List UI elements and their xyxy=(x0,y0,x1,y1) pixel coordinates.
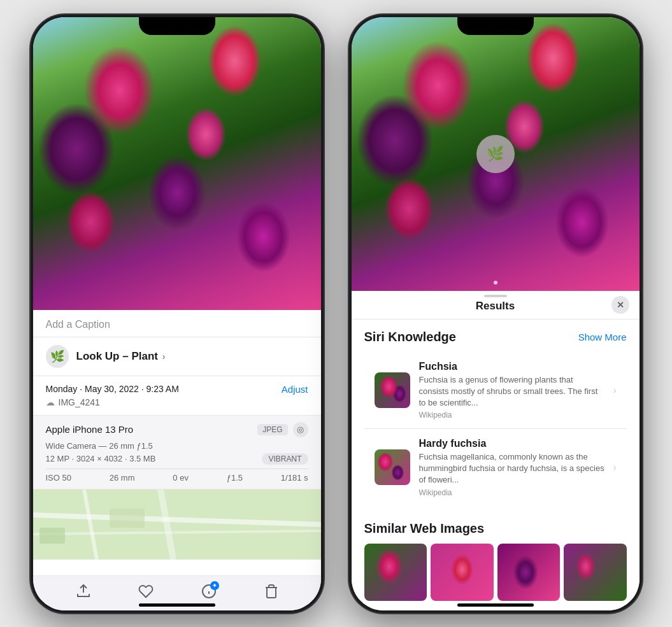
left-screen: Add a Caption 🌿 Look Up – Plant › Monday… xyxy=(33,17,321,610)
svg-rect-6 xyxy=(110,509,145,528)
home-indicator xyxy=(139,603,215,607)
lookup-row[interactable]: 🌿 Look Up – Plant › xyxy=(33,337,321,376)
info-badge: ✦ xyxy=(210,581,219,590)
hardy-source: Wikipedia xyxy=(419,488,604,497)
photo-left[interactable] xyxy=(33,17,321,310)
right-phone: 🌿 Results ✕ Siri Knowledge Show More xyxy=(349,15,642,613)
lookup-label: Look Up – Plant › xyxy=(76,350,166,363)
similar-image-4[interactable] xyxy=(564,544,627,601)
siri-visual-icon: 🌿 xyxy=(46,345,69,368)
fuchsia-chevron-icon: › xyxy=(613,385,617,395)
lens-info: Wide Camera — 26 mm ƒ1.5 xyxy=(46,441,153,451)
flowers-image-left xyxy=(33,17,321,310)
focal-value: 26 mm xyxy=(110,473,135,483)
fuchsia-source: Wikipedia xyxy=(419,411,604,419)
hardy-desc: Fuchsia magellanica, commonly known as t… xyxy=(419,451,604,486)
camera-settings-icon[interactable]: ◎ xyxy=(293,422,308,437)
right-screen: 🌿 Results ✕ Siri Knowledge Show More xyxy=(352,17,640,610)
siri-knowledge-section: Siri Knowledge Show More Fuchsia Fuchsia… xyxy=(352,320,640,511)
lookup-bold: Look Up – xyxy=(76,350,129,362)
fuchsia-name: Fuchsia xyxy=(419,361,604,372)
favorite-button[interactable] xyxy=(138,584,154,603)
caption-placeholder[interactable]: Add a Caption xyxy=(46,319,110,330)
siri-visual-lookup-button[interactable]: 🌿 xyxy=(476,135,515,173)
lookup-chevron-icon: › xyxy=(162,351,166,362)
resolution-info: 12 MP · 3024 × 4032 · 3.5 MB xyxy=(46,454,156,463)
style-badge: VIBRANT xyxy=(262,453,308,465)
map-svg xyxy=(33,490,321,560)
siri-knowledge-title: Siri Knowledge xyxy=(364,330,456,344)
caption-area[interactable]: Add a Caption xyxy=(33,310,321,337)
left-phone: Add a Caption 🌿 Look Up – Plant › Monday… xyxy=(31,15,324,613)
fuchsia-content: Fuchsia Fuchsia is a genus of flowering … xyxy=(419,361,604,420)
similar-title: Similar Web Images xyxy=(364,521,485,536)
info-button[interactable]: ✦ xyxy=(201,584,217,603)
map-preview[interactable] xyxy=(33,490,321,560)
hardy-thumbnail xyxy=(375,449,410,485)
results-sheet: Results ✕ Siri Knowledge Show More xyxy=(352,291,640,610)
results-close-button[interactable]: ✕ xyxy=(611,296,629,314)
results-title: Results xyxy=(476,300,515,313)
camera-model: Apple iPhone 13 Pro xyxy=(46,424,134,435)
ev-value: 0 ev xyxy=(173,473,189,483)
knowledge-item-hardy[interactable]: Hardy fuchsia Fuchsia magellanica, commo… xyxy=(364,428,627,506)
knowledge-item-fuchsia[interactable]: Fuchsia Fuchsia is a genus of flowering … xyxy=(364,352,627,429)
home-indicator-right xyxy=(457,603,534,607)
knowledge-card: Fuchsia Fuchsia is a genus of flowering … xyxy=(364,352,627,506)
similar-image-2[interactable] xyxy=(431,544,494,601)
shutter-value: 1/181 s xyxy=(281,473,308,483)
aperture-value: ƒ1.5 xyxy=(227,473,243,483)
delete-button[interactable] xyxy=(264,584,278,603)
similar-section: Similar Web Images xyxy=(352,511,640,606)
hardy-name: Hardy fuchsia xyxy=(419,438,604,449)
filename-text: IMG_4241 xyxy=(59,397,100,407)
phones-container: Add a Caption 🌿 Look Up – Plant › Monday… xyxy=(18,2,655,626)
share-button[interactable] xyxy=(76,584,91,603)
metadata-section: Monday · May 30, 2022 · 9:23 AM Adjust ☁… xyxy=(33,376,321,416)
similar-image-3[interactable] xyxy=(497,544,561,601)
show-more-button[interactable]: Show More xyxy=(578,332,627,342)
photo-right[interactable]: 🌿 xyxy=(352,17,640,291)
svg-rect-5 xyxy=(39,528,65,544)
notch-right xyxy=(457,17,534,35)
adjust-button[interactable]: Adjust xyxy=(282,384,308,395)
drag-indicator xyxy=(484,295,507,297)
hardy-chevron-icon: › xyxy=(613,462,617,472)
similar-image-1[interactable] xyxy=(364,544,427,601)
hardy-content: Hardy fuchsia Fuchsia magellanica, commo… xyxy=(419,438,604,497)
iso-value: ISO 50 xyxy=(46,473,71,483)
similar-images-row xyxy=(364,544,627,601)
cloud-icon: ☁ xyxy=(46,397,55,407)
lookup-rest: Plant xyxy=(129,350,158,362)
photo-page-indicator xyxy=(494,281,497,285)
fuchsia-desc: Fuchsia is a genus of flowering plants t… xyxy=(419,374,604,409)
format-badge: JPEG xyxy=(257,424,287,435)
fuchsia-thumbnail xyxy=(375,372,410,408)
notch xyxy=(139,17,215,35)
camera-section: Apple iPhone 13 Pro JPEG ◎ Wide Camera —… xyxy=(33,416,321,490)
results-header: Results ✕ xyxy=(352,291,640,320)
photo-date: Monday · May 30, 2022 · 9:23 AM xyxy=(46,384,179,394)
